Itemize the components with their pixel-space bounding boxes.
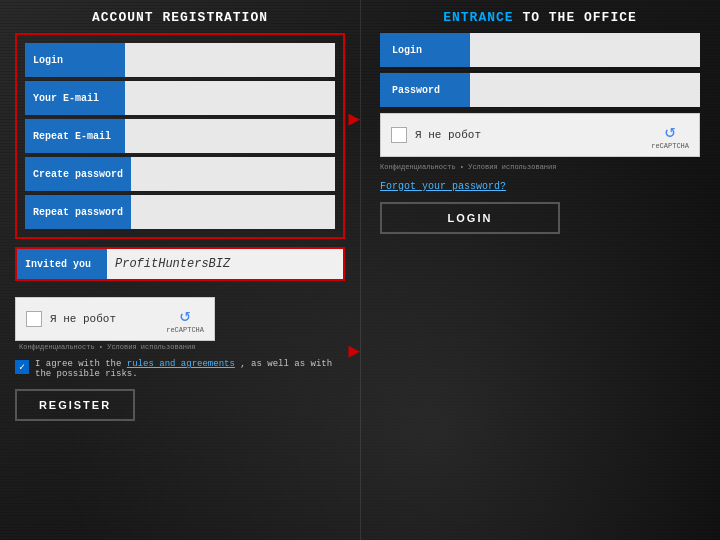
invited-label: Invited you <box>17 249 107 279</box>
registration-panel: ACCOUNT REGISTRATION Login Your E-mail R… <box>0 0 360 540</box>
right-recaptcha-icon: ↺ <box>665 120 676 142</box>
right-captcha-checkbox[interactable] <box>391 127 407 143</box>
left-captcha-box[interactable]: Я не робот ↺ reCAPTCHA <box>15 297 215 341</box>
right-captcha-text: Я не робот <box>415 129 481 141</box>
invited-box: Invited you ProfitHuntersBIZ <box>15 247 345 281</box>
repeat-email-field-row: Repeat E-mail <box>25 119 335 153</box>
repeat-password-field-row: Repeat password <box>25 195 335 229</box>
email-field-row: Your E-mail <box>25 81 335 115</box>
invited-value: ProfitHuntersBIZ <box>107 249 343 279</box>
agree-checkbox[interactable]: ✓ <box>15 360 29 374</box>
agree-prefix: I agree with the <box>35 359 121 369</box>
captcha-logo-left: ↺ reCAPTCHA <box>166 304 204 334</box>
email-input[interactable] <box>125 81 335 115</box>
agree-row: ✓ I agree with the rules and agreements … <box>15 359 345 379</box>
login-button[interactable]: LOGIN <box>380 202 560 234</box>
title-rest: REGISTRATION <box>154 10 268 25</box>
right-password-input[interactable] <box>470 73 700 107</box>
right-password-row: Password <box>380 73 700 107</box>
entrance-title-rest: TO THE OFFICE <box>514 10 637 25</box>
right-password-label: Password <box>380 73 470 107</box>
right-login-label: Login <box>380 33 470 67</box>
recaptcha-label-left: reCAPTCHA <box>166 326 204 334</box>
title-accent: ACCOUNT <box>92 10 154 25</box>
captcha-text-left: Я не робот <box>50 313 116 325</box>
entrance-title: ENTRANCE TO THE OFFICE <box>380 10 700 25</box>
right-captcha-privacy: Конфиденциальность • Условия использован… <box>380 163 700 171</box>
panel-divider <box>360 0 361 540</box>
login-input[interactable] <box>125 43 335 77</box>
repeat-email-input[interactable] <box>125 119 335 153</box>
registration-title: ACCOUNT REGISTRATION <box>15 10 345 25</box>
register-button[interactable]: REGISTER <box>15 389 135 421</box>
right-recaptcha-label: reCAPTCHA <box>651 142 689 150</box>
repeat-password-label: Repeat password <box>25 195 131 229</box>
captcha-privacy-left: Конфиденциальность • Условия использован… <box>19 343 345 351</box>
entrance-panel: ENTRANCE TO THE OFFICE Login Password Я … <box>360 0 720 540</box>
entrance-title-accent: ENTRANCE <box>443 10 513 25</box>
right-captcha-box[interactable]: Я не робот ↺ reCAPTCHA <box>380 113 700 157</box>
repeat-password-input[interactable] <box>131 195 335 229</box>
check-icon: ✓ <box>19 361 25 373</box>
forgot-password-link[interactable]: Forgot your password? <box>380 181 700 192</box>
recaptcha-icon-left: ↺ <box>180 304 191 326</box>
agree-link[interactable]: rules and agreements <box>127 359 235 369</box>
arrow-connector-login: ◄ <box>348 108 360 131</box>
create-password-label: Create password <box>25 157 131 191</box>
login-field-row: Login <box>25 43 335 77</box>
create-password-field-row: Create password <box>25 157 335 191</box>
repeat-email-label: Repeat E-mail <box>25 119 125 153</box>
right-login-row: Login <box>380 33 700 67</box>
captcha-checkbox-left[interactable] <box>26 311 42 327</box>
registration-box: Login Your E-mail Repeat E-mail Create p… <box>15 33 345 239</box>
arrow-connector-invited: ◄ <box>348 340 360 363</box>
right-login-input[interactable] <box>470 33 700 67</box>
login-label: Login <box>25 43 125 77</box>
email-label: Your E-mail <box>25 81 125 115</box>
agree-text: I agree with the rules and agreements , … <box>35 359 345 379</box>
create-password-input[interactable] <box>131 157 335 191</box>
